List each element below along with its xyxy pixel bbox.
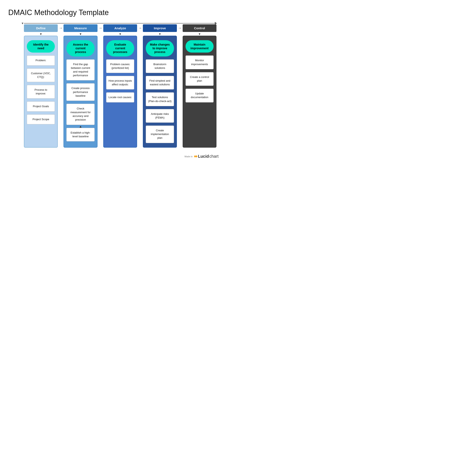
card-improve-4: Create implementation plan bbox=[146, 126, 174, 143]
card-define-3: Project Goals bbox=[27, 102, 55, 111]
arrow-measure-analyze: → bbox=[98, 26, 103, 30]
card-analyze-0: Problem causes: (prioritized list) bbox=[106, 59, 134, 73]
heading-control: Maintain improvement bbox=[186, 40, 214, 52]
card-define-4: Project Scope bbox=[27, 114, 55, 124]
made-in-label: Made in bbox=[185, 155, 193, 158]
arrow-improve-control: → bbox=[177, 26, 183, 30]
arrow-down-improve: ▼ bbox=[143, 32, 177, 36]
card-improve-3: Anticipate risks (FEMA) bbox=[146, 109, 174, 123]
chart-text: chart bbox=[209, 154, 219, 159]
header-measure: Measure bbox=[64, 24, 97, 32]
arrow-analyze-improve: → bbox=[137, 26, 143, 30]
card-measure-2: Check measurement for accuracy and preci… bbox=[66, 104, 94, 125]
card-improve-0: Brainstorm solutions bbox=[146, 59, 174, 73]
card-measure-3: ▲ Establish a high-level baseline bbox=[66, 128, 94, 141]
heading-analyze: Evaluate current processes bbox=[106, 40, 134, 56]
header-define: Define bbox=[24, 24, 58, 32]
page-title: DMAIC Methodology Template bbox=[8, 8, 219, 17]
card-control-2: Update documentation bbox=[186, 89, 214, 102]
arrow-define-measure: → bbox=[58, 26, 64, 30]
heading-define: Identify the need bbox=[27, 40, 55, 52]
arrow-up-establish: ▲ bbox=[79, 124, 82, 129]
card-improve-1: Find simplest and easiest solutions bbox=[146, 76, 174, 89]
lucid-icon: ⬌ bbox=[194, 154, 198, 159]
col-define: Identify the need Problem: Customer (VOC… bbox=[24, 36, 58, 148]
arrow-down-analyze: ▼ bbox=[103, 32, 137, 36]
card-define-1: Customer (VOC, CTQ): bbox=[27, 68, 55, 82]
card-control-1: Create a control plan bbox=[186, 72, 214, 86]
col-improve: Make changes to improve process Brainsto… bbox=[143, 36, 177, 148]
card-define-2: Process to improve: bbox=[27, 85, 55, 99]
arrow-down-control: ▼ bbox=[183, 32, 217, 36]
col-measure: Assess the current process Find the gap … bbox=[64, 36, 97, 148]
card-improve-2: Test solutions (Plan-do-check-act) bbox=[146, 92, 174, 106]
header-control: Control bbox=[183, 24, 217, 32]
card-define-0: Problem: bbox=[27, 55, 55, 65]
header-improve: Improve bbox=[143, 24, 177, 32]
col-analyze: Evaluate current processes Problem cause… bbox=[103, 36, 137, 148]
header-analyze: Analyze bbox=[103, 24, 137, 32]
arrow-down-define: ▼ bbox=[24, 32, 58, 36]
lucidchart-logo: ⬌ Lucidchart bbox=[194, 154, 219, 159]
card-analyze-1: How process inputs affect outputs: bbox=[106, 76, 134, 89]
card-measure-0: Find the gap between current and require… bbox=[66, 59, 94, 81]
card-control-0: Monitor improvements bbox=[186, 55, 214, 69]
card-analyze-2: Locate root causes: bbox=[106, 92, 134, 102]
col-control: Maintain improvement Monitor improvement… bbox=[183, 36, 217, 148]
heading-improve: Make changes to improve process bbox=[146, 40, 174, 56]
heading-measure: Assess the current process bbox=[66, 40, 94, 56]
watermark: Made in ⬌ Lucidchart bbox=[8, 154, 219, 159]
dmaic-diagram: ▼ Define → Measure → Analyze → Improve →… bbox=[8, 23, 219, 148]
card-measure-1: Create process performance baseline bbox=[66, 83, 94, 101]
arrow-down-measure: ▼ bbox=[64, 32, 97, 36]
lucid-text: Lucid bbox=[198, 154, 209, 159]
